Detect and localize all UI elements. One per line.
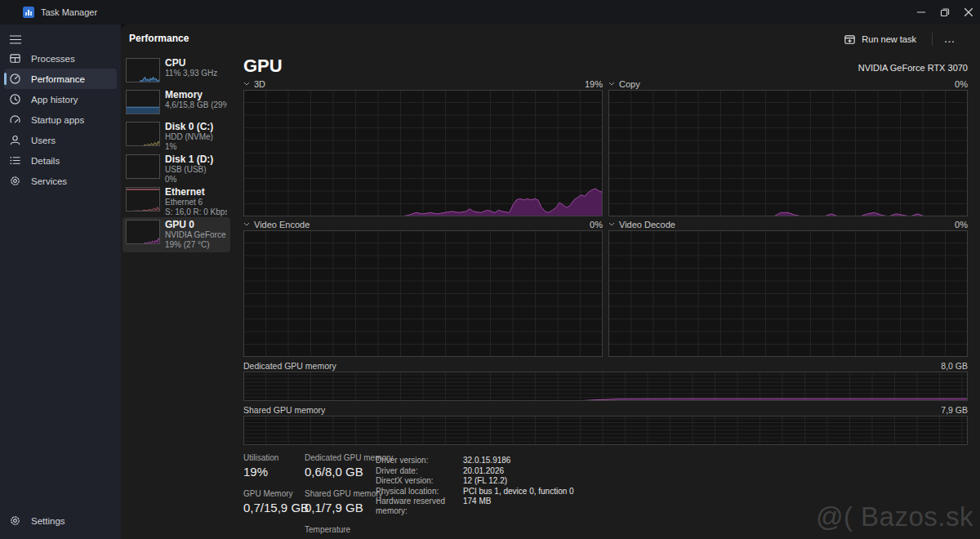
chart-label: Shared GPU memory	[243, 405, 325, 415]
perf-item-ethernet[interactable]: Ethernet Ethernet 6 S: 16,0 R: 0 Kbps	[122, 185, 230, 220]
chart-current-value: 0%	[955, 79, 968, 89]
chart-label: Video Decode	[619, 220, 675, 229]
dedicated-memory-chart	[243, 372, 968, 401]
perf-item-disk0[interactable]: Disk 0 (C:) HDD (NVMe) 1%	[122, 119, 230, 154]
perf-item-gpu0[interactable]: GPU 0 NVIDIA GeForce R... 19% (27 °C)	[122, 217, 230, 252]
processes-icon	[9, 52, 21, 65]
sidebar-item-settings[interactable]: Settings	[4, 510, 117, 531]
cpu-sparkline	[126, 58, 160, 82]
run-new-task-button[interactable]: Run new task	[837, 30, 923, 48]
disk1-sparkline	[126, 154, 160, 179]
detail-label: Driver version:	[376, 456, 463, 466]
services-icon	[9, 175, 21, 187]
sidebar-item-label: App history	[31, 95, 78, 105]
detail-row: Physical location: PCI bus 1, device 0, …	[376, 487, 574, 497]
perf-item-name: Disk 0 (C:)	[165, 122, 213, 132]
perf-item-detail: 4,6/15,8 GB (29%)	[165, 100, 227, 110]
detail-label: Hardware reserved memory:	[376, 497, 463, 515]
detail-value: 174 MB	[463, 497, 491, 515]
chevron-down-icon[interactable]	[243, 222, 250, 226]
detail-row: Hardware reserved memory: 174 MB	[376, 497, 574, 515]
perf-item-disk1[interactable]: Disk 1 (D:) USB (USB) 0%	[122, 152, 230, 187]
chart-header-copy: Copy 0%	[608, 78, 968, 89]
chart-label: 3D	[254, 79, 265, 89]
app-history-icon	[9, 93, 21, 105]
more-options-button[interactable]: …	[939, 29, 960, 48]
ethernet-sparkline	[126, 187, 160, 212]
watermark: @( Bazos.sk	[816, 501, 973, 532]
chart-header-shared-memory: Shared GPU memory 7,9 GB	[243, 404, 968, 415]
detail-row: DirectX version: 12 (FL 12.2)	[376, 476, 574, 486]
sidebar-item-performance[interactable]: Performance	[4, 69, 117, 89]
stat-label: Temperature	[305, 525, 393, 535]
details-icon	[9, 154, 21, 167]
perf-item-cpu[interactable]: CPU 11% 3,93 GHz	[122, 56, 230, 85]
chart-current-value: 19%	[585, 79, 603, 89]
gpu-3d-chart	[243, 90, 603, 216]
chevron-down-icon[interactable]	[243, 82, 250, 86]
restore-button[interactable]	[933, 0, 956, 24]
performance-panel: Performance Run new task … CPU 11% 3,93 …	[121, 24, 980, 539]
perf-item-name: Memory	[165, 90, 227, 100]
chart-max-value: 8,0 GB	[941, 361, 968, 371]
video-decode-chart	[608, 230, 968, 357]
disk0-sparkline	[126, 122, 160, 146]
sidebar-item-processes[interactable]: Processes	[4, 48, 117, 69]
restore-icon	[940, 7, 950, 17]
detail-value: 20.01.2026	[463, 466, 504, 476]
stats-column-1: Utilisation 19% GPU Memory 0,7/15,9 GB	[243, 453, 309, 515]
gpu-device-name: NVIDIA GeForce RTX 3070	[858, 63, 968, 73]
detail-label: Driver date:	[376, 466, 463, 476]
detail-value: PCI bus 1, device 0, function 0	[463, 487, 574, 497]
gpu-sparkline	[126, 220, 160, 244]
perf-item-detail: HDD (NVMe)	[165, 132, 213, 142]
chevron-down-icon[interactable]	[608, 222, 615, 226]
sidebar-item-startup-apps[interactable]: Startup apps	[4, 109, 117, 130]
sidebar-nav: Processes Performance App history Startu…	[0, 48, 121, 191]
sidebar-item-details[interactable]: Details	[4, 150, 117, 171]
page-title: Performance	[129, 33, 189, 44]
chart-header-3d: 3D 19%	[243, 78, 603, 89]
sidebar-item-users[interactable]: Users	[4, 130, 117, 150]
shared-memory-chart	[243, 416, 968, 445]
run-new-task-label: Run new task	[862, 34, 916, 44]
navigation-menu-button[interactable]	[5, 29, 26, 49]
sidebar-item-label: Details	[31, 156, 60, 166]
sidebar: Processes Performance App history Startu…	[0, 24, 121, 539]
ellipsis-icon: …	[944, 32, 956, 45]
chevron-down-icon[interactable]	[608, 82, 615, 86]
perf-item-detail: 0%	[165, 175, 213, 185]
stat-label: Utilisation	[243, 453, 309, 463]
chart-header-video-decode: Video Decode 0%	[608, 219, 968, 229]
chart-label: Copy	[619, 79, 640, 89]
detail-label: DirectX version:	[376, 476, 463, 486]
minimize-icon	[917, 8, 925, 16]
perf-item-detail: Ethernet 6	[165, 198, 227, 207]
perf-item-name: Disk 1 (D:)	[165, 154, 213, 165]
utilisation-value: 19%	[243, 465, 309, 479]
perf-item-name: Ethernet	[165, 187, 227, 198]
perf-item-detail: 19% (27 °C)	[165, 240, 227, 250]
sidebar-item-services[interactable]: Services	[4, 171, 117, 191]
perf-item-detail: 11% 3,93 GHz	[165, 69, 217, 78]
perf-item-detail: 1%	[165, 142, 213, 152]
performance-icon	[9, 73, 21, 85]
sidebar-item-app-history[interactable]: App history	[4, 89, 117, 109]
new-task-icon	[844, 33, 856, 46]
chart-header-video-encode: Video Encode 0%	[243, 219, 603, 229]
gpu-copy-chart	[608, 90, 968, 216]
memory-sparkline	[126, 90, 160, 114]
window-title: Task Manager	[41, 7, 97, 17]
detail-row: Driver date: 20.01.2026	[376, 466, 574, 476]
hamburger-icon	[10, 35, 21, 44]
perf-item-memory[interactable]: Memory 4,6/15,8 GB (29%)	[122, 87, 230, 117]
close-button[interactable]	[956, 0, 980, 24]
detail-value: 12 (FL 12.2)	[463, 476, 507, 486]
chart-max-value: 7,9 GB	[941, 405, 968, 415]
gpu-details-list: Driver version: 32.0.15.9186 Driver date…	[376, 456, 574, 516]
task-manager-logo-icon	[23, 7, 34, 18]
sidebar-item-label: Startup apps	[31, 115, 84, 125]
detail-label: Physical location:	[376, 487, 463, 497]
perf-item-detail: S: 16,0 R: 0 Kbps	[165, 207, 227, 217]
minimize-button[interactable]	[909, 0, 933, 24]
